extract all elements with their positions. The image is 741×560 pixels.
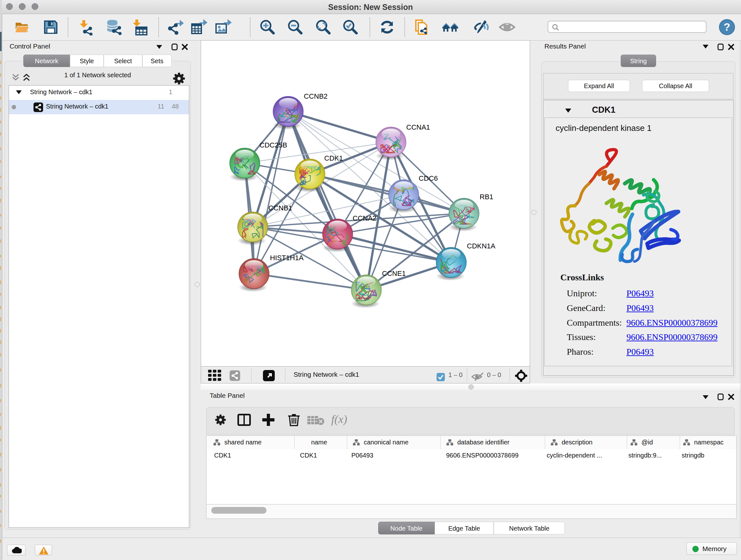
svg-text:CDKN1A: CDKN1A: [467, 242, 495, 250]
svg-text:CDC6: CDC6: [419, 174, 438, 182]
svg-text:CCNB2: CCNB2: [304, 92, 328, 100]
svg-text:?: ?: [724, 21, 731, 33]
svg-text:CDC25B: CDC25B: [259, 141, 287, 149]
svg-text:CCNA2: CCNA2: [353, 214, 377, 222]
svg-text:CDK1: CDK1: [324, 154, 343, 162]
svg-text:CCNE1: CCNE1: [382, 269, 406, 277]
svg-text:CCNB1: CCNB1: [268, 204, 292, 212]
svg-text:HIST1H1A: HIST1H1A: [270, 254, 304, 262]
svg-text:RB1: RB1: [480, 193, 493, 201]
svg-text:CCNA1: CCNA1: [406, 123, 430, 131]
